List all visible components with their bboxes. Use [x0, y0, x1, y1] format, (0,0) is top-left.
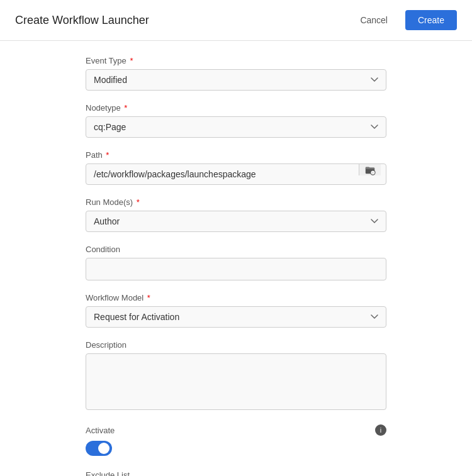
condition-label: Condition [86, 245, 386, 254]
toggle-track [86, 441, 112, 456]
nodetype-label: Nodetype * [86, 103, 386, 113]
run-modes-label: Run Mode(s) * [86, 197, 386, 207]
description-group: Description [86, 340, 386, 412]
exclude-list-label: Exclude List [86, 470, 386, 476]
path-group: Path * ↑ /etc/workflow/packages/launches… [86, 150, 386, 185]
workflow-model-label: Workflow Model * [86, 293, 386, 302]
cancel-button[interactable]: Cancel [352, 11, 395, 29]
page-header: Create Workflow Launcher Cancel Create [0, 0, 472, 41]
exclude-list-group: Exclude List [86, 470, 386, 476]
header-actions: Cancel Create [352, 10, 457, 30]
path-browse-button[interactable]: ↑ [359, 164, 381, 175]
nodetype-select[interactable]: cq:Page [86, 116, 386, 138]
run-modes-group: Run Mode(s) * Author [86, 197, 386, 232]
path-input-wrapper: ↑ [86, 163, 386, 185]
path-input[interactable] [86, 164, 386, 184]
activate-toggle[interactable] [86, 441, 112, 456]
condition-group: Condition [86, 245, 386, 280]
description-label: Description [86, 340, 386, 350]
event-type-group: Event Type * Modified [86, 56, 386, 91]
run-modes-select[interactable]: Author [86, 211, 386, 232]
folder-icon: ↑ [364, 164, 376, 175]
activate-label: Activate [86, 426, 115, 435]
create-button[interactable]: Create [405, 10, 457, 30]
svg-text:↑: ↑ [372, 170, 374, 175]
form-container: Event Type * Modified Nodetype * cq:Page… [0, 41, 472, 476]
event-type-label: Event Type * [86, 56, 386, 65]
description-textarea[interactable] [86, 353, 386, 410]
condition-input[interactable] [86, 258, 386, 280]
activate-section: Activate i [86, 424, 386, 458]
workflow-model-group: Workflow Model * Request for Activation [86, 293, 386, 328]
event-type-select[interactable]: Modified [86, 69, 386, 91]
path-label: Path * [86, 150, 386, 160]
toggle-thumb [98, 443, 110, 454]
workflow-model-select[interactable]: Request for Activation [86, 306, 386, 328]
nodetype-group: Nodetype * cq:Page [86, 103, 386, 138]
activate-top-row: Activate i [86, 424, 386, 436]
activate-info-icon[interactable]: i [375, 424, 386, 436]
page-title: Create Workflow Launcher [15, 14, 149, 27]
